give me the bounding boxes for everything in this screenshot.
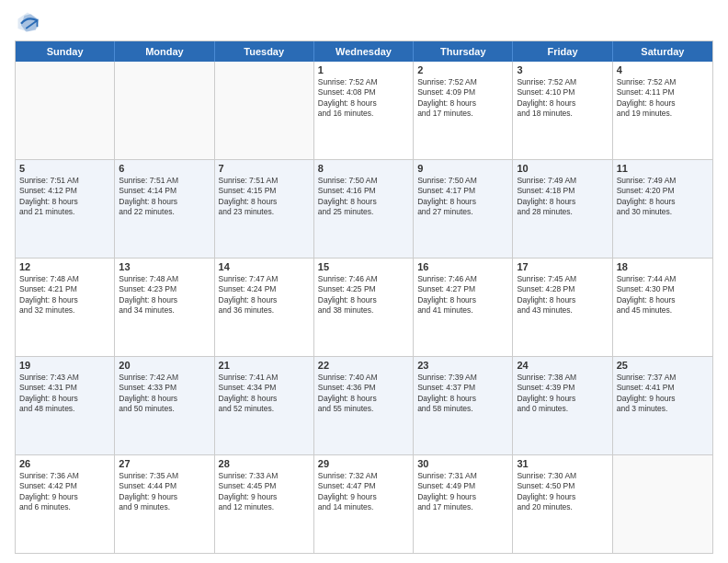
day-number: 30: [417, 458, 508, 469]
day-number: 10: [517, 163, 608, 174]
cal-cell-day-17: 17Sunrise: 7:45 AM Sunset: 4:28 PM Dayli…: [513, 259, 612, 356]
cell-info: Sunrise: 7:52 AM Sunset: 4:10 PM Dayligh…: [517, 77, 608, 120]
day-number: 19: [19, 360, 110, 371]
cell-info: Sunrise: 7:30 AM Sunset: 4:50 PM Dayligh…: [517, 471, 608, 513]
cal-cell-day-7: 7Sunrise: 7:51 AM Sunset: 4:15 PM Daylig…: [215, 160, 314, 258]
day-number: 23: [417, 360, 508, 371]
cal-cell-day-26: 26Sunrise: 7:36 AM Sunset: 4:42 PM Dayli…: [16, 455, 115, 553]
cal-cell-day-30: 30Sunrise: 7:31 AM Sunset: 4:49 PM Dayli…: [414, 455, 513, 553]
day-number: 14: [219, 261, 310, 272]
cell-info: Sunrise: 7:46 AM Sunset: 4:25 PM Dayligh…: [318, 274, 409, 316]
cell-info: Sunrise: 7:46 AM Sunset: 4:27 PM Dayligh…: [417, 274, 508, 316]
cal-cell-day-9: 9Sunrise: 7:50 AM Sunset: 4:17 PM Daylig…: [414, 160, 513, 258]
day-number: 3: [517, 64, 608, 75]
day-number: 25: [617, 360, 709, 371]
cell-info: Sunrise: 7:48 AM Sunset: 4:21 PM Dayligh…: [19, 274, 110, 316]
cal-week-4: 19Sunrise: 7:43 AM Sunset: 4:31 PM Dayli…: [16, 356, 712, 454]
cal-week-1: 1Sunrise: 7:52 AM Sunset: 4:08 PM Daylig…: [16, 62, 712, 159]
cell-info: Sunrise: 7:41 AM Sunset: 4:34 PM Dayligh…: [219, 373, 310, 415]
cell-info: Sunrise: 7:38 AM Sunset: 4:39 PM Dayligh…: [517, 373, 608, 415]
cal-week-3: 12Sunrise: 7:48 AM Sunset: 4:21 PM Dayli…: [16, 258, 712, 356]
cell-info: Sunrise: 7:42 AM Sunset: 4:33 PM Dayligh…: [119, 373, 210, 415]
cal-cell-day-25: 25Sunrise: 7:37 AM Sunset: 4:41 PM Dayli…: [613, 357, 712, 454]
day-number: 22: [318, 360, 409, 371]
day-number: 24: [517, 360, 608, 371]
cal-cell-empty: [613, 455, 712, 553]
cell-info: Sunrise: 7:49 AM Sunset: 4:18 PM Dayligh…: [517, 176, 608, 218]
cell-info: Sunrise: 7:52 AM Sunset: 4:08 PM Dayligh…: [318, 77, 409, 120]
cal-cell-day-31: 31Sunrise: 7:30 AM Sunset: 4:50 PM Dayli…: [513, 455, 612, 553]
cal-cell-day-22: 22Sunrise: 7:40 AM Sunset: 4:36 PM Dayli…: [314, 357, 414, 454]
cal-cell-day-4: 4Sunrise: 7:52 AM Sunset: 4:11 PM Daylig…: [613, 62, 712, 159]
day-number: 16: [417, 261, 508, 272]
cal-cell-day-14: 14Sunrise: 7:47 AM Sunset: 4:24 PM Dayli…: [215, 259, 314, 356]
cell-info: Sunrise: 7:52 AM Sunset: 4:09 PM Dayligh…: [417, 77, 508, 120]
cal-header-saturday: Saturday: [613, 41, 712, 62]
cal-cell-empty: [115, 62, 214, 159]
cal-cell-day-20: 20Sunrise: 7:42 AM Sunset: 4:33 PM Dayli…: [115, 357, 214, 454]
cal-cell-day-6: 6Sunrise: 7:51 AM Sunset: 4:14 PM Daylig…: [115, 160, 214, 258]
cal-cell-day-2: 2Sunrise: 7:52 AM Sunset: 4:09 PM Daylig…: [414, 62, 513, 159]
cal-cell-day-28: 28Sunrise: 7:33 AM Sunset: 4:45 PM Dayli…: [215, 455, 314, 553]
day-number: 17: [517, 261, 608, 272]
day-number: 7: [219, 163, 310, 174]
cell-info: Sunrise: 7:31 AM Sunset: 4:49 PM Dayligh…: [417, 471, 508, 513]
cal-cell-day-24: 24Sunrise: 7:38 AM Sunset: 4:39 PM Dayli…: [513, 357, 612, 454]
cal-cell-day-19: 19Sunrise: 7:43 AM Sunset: 4:31 PM Dayli…: [16, 357, 115, 454]
cal-cell-day-21: 21Sunrise: 7:41 AM Sunset: 4:34 PM Dayli…: [215, 357, 314, 454]
day-number: 5: [19, 163, 110, 174]
calendar: SundayMondayTuesdayWednesdayThursdayFrid…: [15, 40, 713, 554]
cell-info: Sunrise: 7:33 AM Sunset: 4:45 PM Dayligh…: [219, 471, 310, 513]
cell-info: Sunrise: 7:32 AM Sunset: 4:47 PM Dayligh…: [318, 471, 409, 513]
cell-info: Sunrise: 7:47 AM Sunset: 4:24 PM Dayligh…: [219, 274, 310, 316]
cal-header-thursday: Thursday: [414, 41, 513, 62]
cell-info: Sunrise: 7:51 AM Sunset: 4:15 PM Dayligh…: [219, 176, 310, 218]
cell-info: Sunrise: 7:52 AM Sunset: 4:11 PM Dayligh…: [617, 77, 709, 120]
cal-week-2: 5Sunrise: 7:51 AM Sunset: 4:12 PM Daylig…: [16, 159, 712, 258]
cell-info: Sunrise: 7:44 AM Sunset: 4:30 PM Dayligh…: [617, 274, 709, 316]
cal-cell-empty: [16, 62, 115, 159]
cal-header-sunday: Sunday: [16, 41, 115, 62]
cal-cell-day-18: 18Sunrise: 7:44 AM Sunset: 4:30 PM Dayli…: [613, 259, 712, 356]
cal-cell-day-8: 8Sunrise: 7:50 AM Sunset: 4:16 PM Daylig…: [314, 160, 414, 258]
cal-cell-day-10: 10Sunrise: 7:49 AM Sunset: 4:18 PM Dayli…: [513, 160, 612, 258]
day-number: 18: [617, 261, 709, 272]
cal-cell-day-3: 3Sunrise: 7:52 AM Sunset: 4:10 PM Daylig…: [513, 62, 612, 159]
logo-icon: [15, 9, 40, 35]
day-number: 20: [119, 360, 210, 371]
day-number: 9: [417, 163, 508, 174]
cal-cell-day-1: 1Sunrise: 7:52 AM Sunset: 4:08 PM Daylig…: [314, 62, 414, 159]
cell-info: Sunrise: 7:40 AM Sunset: 4:36 PM Dayligh…: [318, 373, 409, 415]
cell-info: Sunrise: 7:37 AM Sunset: 4:41 PM Dayligh…: [617, 373, 709, 415]
day-number: 2: [417, 64, 508, 75]
day-number: 28: [219, 458, 310, 469]
cell-info: Sunrise: 7:51 AM Sunset: 4:14 PM Dayligh…: [119, 176, 210, 218]
calendar-body: 1Sunrise: 7:52 AM Sunset: 4:08 PM Daylig…: [16, 62, 712, 553]
cell-info: Sunrise: 7:35 AM Sunset: 4:44 PM Dayligh…: [119, 471, 210, 513]
day-number: 27: [119, 458, 210, 469]
cell-info: Sunrise: 7:49 AM Sunset: 4:20 PM Dayligh…: [617, 176, 709, 218]
cal-cell-day-13: 13Sunrise: 7:48 AM Sunset: 4:23 PM Dayli…: [115, 259, 214, 356]
cell-info: Sunrise: 7:43 AM Sunset: 4:31 PM Dayligh…: [19, 373, 110, 415]
header: [15, 9, 713, 35]
day-number: 31: [517, 458, 608, 469]
day-number: 12: [19, 261, 110, 272]
day-number: 15: [318, 261, 409, 272]
cell-info: Sunrise: 7:39 AM Sunset: 4:37 PM Dayligh…: [417, 373, 508, 415]
cal-header-monday: Monday: [115, 41, 214, 62]
logo: [15, 9, 44, 35]
cal-cell-day-27: 27Sunrise: 7:35 AM Sunset: 4:44 PM Dayli…: [115, 455, 214, 553]
day-number: 21: [219, 360, 310, 371]
cal-header-wednesday: Wednesday: [314, 41, 414, 62]
calendar-header-row: SundayMondayTuesdayWednesdayThursdayFrid…: [16, 41, 712, 62]
day-number: 26: [19, 458, 110, 469]
day-number: 6: [119, 163, 210, 174]
cal-cell-empty: [215, 62, 314, 159]
cell-info: Sunrise: 7:45 AM Sunset: 4:28 PM Dayligh…: [517, 274, 608, 316]
cal-cell-day-23: 23Sunrise: 7:39 AM Sunset: 4:37 PM Dayli…: [414, 357, 513, 454]
cal-cell-day-11: 11Sunrise: 7:49 AM Sunset: 4:20 PM Dayli…: [613, 160, 712, 258]
cal-cell-day-5: 5Sunrise: 7:51 AM Sunset: 4:12 PM Daylig…: [16, 160, 115, 258]
cell-info: Sunrise: 7:36 AM Sunset: 4:42 PM Dayligh…: [19, 471, 110, 513]
cal-cell-day-29: 29Sunrise: 7:32 AM Sunset: 4:47 PM Dayli…: [314, 455, 414, 553]
day-number: 8: [318, 163, 409, 174]
